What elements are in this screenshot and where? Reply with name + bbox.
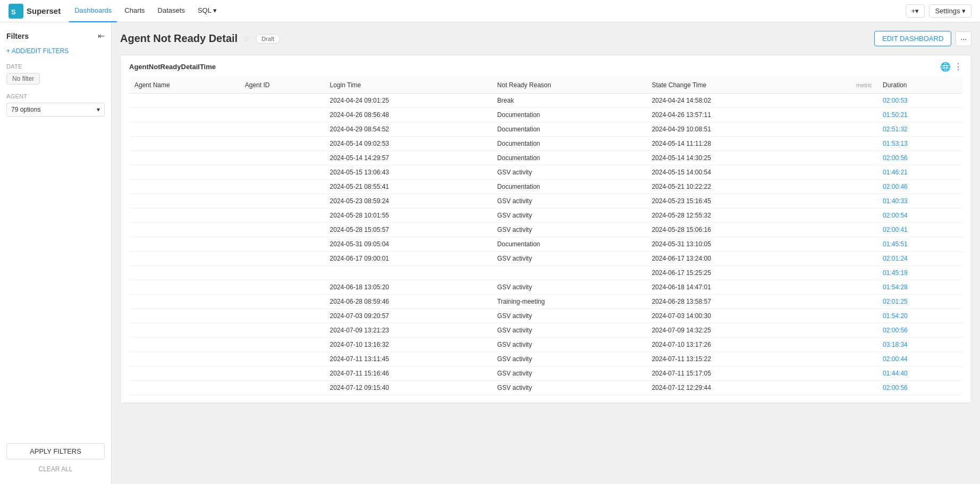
cell-agent-name xyxy=(129,352,240,366)
cell-state-change-time: 2024-07-12 12:29:44 xyxy=(646,381,814,395)
cell-agent-id xyxy=(240,108,325,122)
cell-metric xyxy=(814,252,877,266)
cell-login-time: 2024-04-24 09:01:25 xyxy=(325,94,492,108)
cell-agent-name xyxy=(129,252,240,266)
cell-duration: 02:00:56 xyxy=(877,323,962,338)
date-filter-chip[interactable]: No filter xyxy=(6,73,40,85)
cell-state-change-time: 2024-06-18 14:47:01 xyxy=(646,280,814,295)
cell-agent-id xyxy=(240,122,325,137)
cell-duration: 01:54:20 xyxy=(877,309,962,323)
nav-sql[interactable]: SQL ▾ xyxy=(192,0,222,22)
cell-state-change-time: 2024-07-11 15:17:05 xyxy=(646,366,814,381)
cell-login-time: 2024-06-28 08:59:46 xyxy=(325,295,492,309)
cell-login-time: 2024-05-31 09:05:04 xyxy=(325,237,492,252)
table-row: 2024-07-03 09:20:57 GSV activity 2024-07… xyxy=(129,309,962,323)
cell-not-ready-reason: GSV activity xyxy=(492,381,647,395)
cell-agent-id xyxy=(240,180,325,194)
collapse-sidebar-button[interactable]: ⇤ xyxy=(98,31,105,41)
agent-filter-select[interactable]: 79 options ▾ xyxy=(6,103,105,116)
more-chart-options-icon[interactable]: ⋮ xyxy=(954,62,962,72)
cell-metric xyxy=(814,194,877,208)
cell-duration: 02:01:24 xyxy=(877,252,962,266)
cell-metric xyxy=(814,295,877,309)
cell-agent-name xyxy=(129,395,240,397)
cell-not-ready-reason xyxy=(492,266,647,280)
cell-agent-name xyxy=(129,338,240,352)
cell-login-time: 2024-07-12 09:15:40 xyxy=(325,381,492,395)
cell-login-time: 2024-05-23 08:59:24 xyxy=(325,194,492,208)
table-row: 2024-05-31 09:05:04 Documentation 2024-0… xyxy=(129,237,962,252)
cell-duration: 01:45:19 xyxy=(877,266,962,280)
cell-login-time xyxy=(325,266,492,280)
cell-state-change-time: 2024-05-15 14:00:54 xyxy=(646,165,814,180)
nav-charts[interactable]: Charts xyxy=(119,0,150,22)
cell-duration: 01:53:13 xyxy=(877,137,962,151)
cell-not-ready-reason: GSV activity xyxy=(492,395,647,397)
dashboard-header: Agent Not Ready Detail ☆ Draft EDIT DASH… xyxy=(120,31,971,46)
nav-dashboards[interactable]: Dashboards xyxy=(69,0,117,22)
cell-agent-id xyxy=(240,237,325,252)
cell-agent-name xyxy=(129,295,240,309)
table-body: 2024-04-24 09:01:25 Break 2024-04-24 14:… xyxy=(129,94,962,397)
cell-login-time: 2024-05-21 08:55:41 xyxy=(325,180,492,194)
cell-login-time: 2024-07-11 15:16:46 xyxy=(325,366,492,381)
table-row: 2024-05-28 15:05:57 GSV activity 2024-05… xyxy=(129,223,962,237)
cell-not-ready-reason: GSV activity xyxy=(492,194,647,208)
cell-agent-name xyxy=(129,266,240,280)
agent-filter-section: Agent 79 options ▾ xyxy=(6,93,105,116)
clear-all-button[interactable]: CLEAR ALL xyxy=(6,463,105,475)
cell-agent-name xyxy=(129,108,240,122)
cell-login-time: 2024-07-09 13:21:23 xyxy=(325,323,492,338)
cell-metric xyxy=(814,137,877,151)
cell-state-change-time: 2024-07-09 14:32:25 xyxy=(646,323,814,338)
cell-login-time: 2024-05-28 15:05:57 xyxy=(325,223,492,237)
sidebar-header: Filters ⇤ xyxy=(6,31,105,41)
table-wrapper: Agent Name Agent ID Login Time Not Ready… xyxy=(129,77,962,396)
sidebar: Filters ⇤ + ADD/EDIT FILTERS Date No fil… xyxy=(0,22,112,484)
cell-duration: 02:01:25 xyxy=(877,295,962,309)
cell-agent-id xyxy=(240,94,325,108)
apply-filters-button[interactable]: APPLY FILTERS xyxy=(6,443,105,460)
cell-metric xyxy=(814,165,877,180)
star-icon[interactable]: ☆ xyxy=(243,34,250,44)
edit-dashboard-button[interactable]: EDIT DASHBOARD xyxy=(874,31,951,46)
cell-metric xyxy=(814,208,877,223)
settings-button[interactable]: Settings ▾ xyxy=(929,4,971,18)
cell-login-time: 2024-06-18 13:05:20 xyxy=(325,280,492,295)
nav-datasets[interactable]: Datasets xyxy=(153,0,190,22)
cell-agent-id xyxy=(240,295,325,309)
cell-login-time: 2024-05-14 09:02:53 xyxy=(325,137,492,151)
table-row: 2024-04-24 09:01:25 Break 2024-04-24 14:… xyxy=(129,94,962,108)
cell-duration: 02:00:54 xyxy=(877,208,962,223)
topnav: S Superset Dashboards Charts Datasets SQ… xyxy=(0,0,980,22)
cell-state-change-time: 2024-05-31 13:10:05 xyxy=(646,237,814,252)
cell-agent-name xyxy=(129,137,240,151)
cell-state-change-time: 2024-06-17 13:24:00 xyxy=(646,252,814,266)
cell-agent-id xyxy=(240,395,325,397)
cell-agent-id xyxy=(240,352,325,366)
col-state-change-time: State Change Time xyxy=(646,77,814,94)
cell-agent-name xyxy=(129,180,240,194)
cell-state-change-time: 2024-07-11 13:15:22 xyxy=(646,352,814,366)
logo[interactable]: S Superset xyxy=(9,4,61,19)
cell-agent-id xyxy=(240,151,325,165)
cell-duration: 01:46:21 xyxy=(877,165,962,180)
table-row: 2024-07-12 09:15:40 GSV activity 2024-07… xyxy=(129,381,962,395)
cell-agent-id xyxy=(240,266,325,280)
cell-metric xyxy=(814,280,877,295)
more-options-button[interactable]: ··· xyxy=(956,31,971,46)
col-not-ready-reason: Not Ready Reason xyxy=(492,77,647,94)
cell-not-ready-reason: GSV activity xyxy=(492,366,647,381)
cell-duration: 02:00:44 xyxy=(877,352,962,366)
cell-login-time: 2024-07-12 15:23:38 xyxy=(325,395,492,397)
cell-duration: 01:50:21 xyxy=(877,108,962,122)
globe-icon[interactable]: 🌐 xyxy=(940,62,951,72)
cell-agent-id xyxy=(240,252,325,266)
add-edit-filters-button[interactable]: + ADD/EDIT FILTERS xyxy=(6,47,105,55)
cell-not-ready-reason: GSV activity xyxy=(492,352,647,366)
chart-panel: AgentNotReadyDetailTime 🌐 ⋮ Agent Name A… xyxy=(120,55,971,403)
cell-not-ready-reason: GSV activity xyxy=(492,338,647,352)
add-button[interactable]: +▾ xyxy=(906,4,925,18)
table-row: 2024-05-14 14:29:57 Documentation 2024-0… xyxy=(129,151,962,165)
cell-agent-id xyxy=(240,323,325,338)
